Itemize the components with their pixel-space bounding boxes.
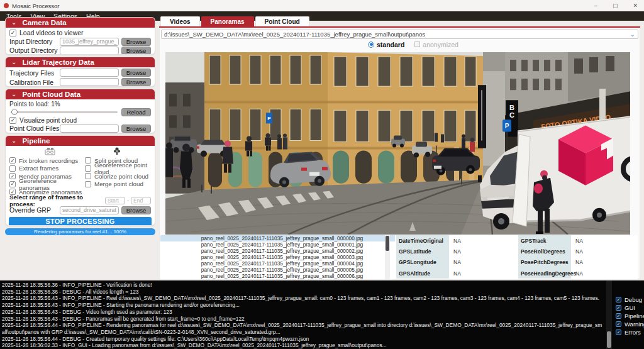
file-row[interactable]: pano_reel_0025_20240117-111035_jeffrey_p… <box>160 267 404 273</box>
load-videos-checkbox[interactable] <box>9 30 16 36</box>
tab-point-cloud[interactable]: Point Cloud <box>255 16 309 26</box>
title-bar: Mosaic Processor – ▢ ✕ <box>0 0 644 11</box>
checkbox-icon[interactable] <box>85 165 91 172</box>
lidar-trajectory-title: Lidar Trajectory Data <box>22 58 94 66</box>
input-directory-field[interactable] <box>60 38 119 46</box>
log-line: 2025-11-26 18:35:56.44 - INFO_PIPELINE -… <box>2 322 602 335</box>
visualize-point-cloud-checkbox[interactable] <box>9 117 16 124</box>
start-frame-input[interactable] <box>105 197 125 204</box>
file-row[interactable]: pano_reel_0025_20240117-111035_jeffrey_p… <box>160 254 404 260</box>
output-directory-field[interactable] <box>60 47 119 55</box>
checkbox-icon[interactable] <box>616 313 621 319</box>
log-line: 2025-11-26 18:35:56.44 - DEBUG - Created… <box>2 336 602 343</box>
file-row[interactable]: pano_reel_0025_20240117-111035_jeffrey_p… <box>160 248 404 254</box>
reload-button[interactable]: Reload <box>121 108 151 116</box>
camera-data-section: ⌄ Camera Data Load videos to viewer Inpu… <box>5 17 155 55</box>
checkbox-icon[interactable] <box>85 181 91 187</box>
pipeline-option-colorize-point-cloud[interactable]: Colorize point cloud <box>85 172 151 180</box>
input-directory-browse-button[interactable]: Browse <box>121 38 151 46</box>
metadata-key: PoseRollDegrees <box>518 246 571 257</box>
metadata-value: NA <box>571 248 583 255</box>
point-cloud-data-header[interactable]: ⌄ Point Cloud Data <box>6 89 155 99</box>
point-cloud-files-browse-button[interactable]: Browse <box>121 125 151 133</box>
file-row[interactable]: pano_reel_0025_20240117-111035_jeffrey_p… <box>160 273 404 279</box>
trajectory-files-field[interactable] <box>60 69 119 77</box>
log-filter-errors[interactable]: Errors <box>616 328 644 336</box>
metadata-group-left: DateTimeOriginalNAGPSLatitudeNAGPSLongit… <box>396 235 513 279</box>
anonymized-checkbox[interactable] <box>414 42 420 47</box>
log-scrollbar[interactable] <box>606 280 612 349</box>
lidar-trajectory-header[interactable]: ⌄ Lidar Trajectory Data <box>6 57 155 67</box>
checkbox-icon[interactable] <box>9 165 16 172</box>
points-slider-thumb[interactable] <box>11 109 18 115</box>
camera-rig-icon <box>45 147 55 155</box>
pipeline-col-left: Fix broken recordingsExtract framesRende… <box>9 157 85 196</box>
calibration-file-browse-button[interactable]: Browse <box>121 78 151 86</box>
pipeline-option-label: Colorize point cloud <box>94 173 148 180</box>
output-directory-browse-button[interactable]: Browse <box>121 47 151 55</box>
calibration-file-field[interactable] <box>60 78 119 86</box>
file-list: pano_reel_0025_20240117-111035_jeffrey_p… <box>160 235 404 279</box>
pipeline-option-label: Extract frames <box>19 165 58 172</box>
trajectory-files-label: Trajectory Files <box>9 69 60 77</box>
log-filter-debug[interactable]: Debug <box>616 296 644 304</box>
maximize-button[interactable]: ▢ <box>613 3 618 9</box>
log-filter-warnings[interactable]: Warnings <box>616 320 644 328</box>
checkbox-icon[interactable] <box>616 330 621 335</box>
stop-processing-button[interactable]: STOP PROCESSING <box>9 217 152 226</box>
checkbox-icon[interactable] <box>85 157 91 163</box>
log-line: 2025-11-26 18:35:56.36 - DEBUG - All vid… <box>2 289 602 296</box>
pipeline-header[interactable]: ⌄ Pipeline <box>6 136 155 146</box>
tab-panoramas[interactable]: Panoramas <box>201 16 254 26</box>
pipeline-option-georeference-point-cloud[interactable]: Georeference point cloud <box>85 165 151 173</box>
file-list-scrollbar[interactable] <box>385 235 390 279</box>
metadata-key: PoseHeadingDegrees <box>518 268 571 279</box>
file-row[interactable]: pano_reel_0025_20240117-111035_jeffrey_p… <box>160 241 404 248</box>
trajectory-files-browse-button[interactable]: Browse <box>121 69 151 77</box>
pipeline-option-merge-point-cloud[interactable]: Merge point cloud <box>85 180 151 189</box>
load-videos-row[interactable]: Load videos to viewer <box>6 28 155 37</box>
checkbox-icon[interactable] <box>85 173 91 179</box>
pipeline-option-fix-broken-recordings[interactable]: Fix broken recordings <box>9 157 85 165</box>
log-scroll-thumb[interactable] <box>607 331 611 348</box>
minimize-button[interactable]: – <box>594 3 597 9</box>
tab-videos[interactable]: Videos <box>160 16 200 26</box>
visualize-point-cloud-label: Visualize point cloud <box>19 117 77 124</box>
tab-bar: VideosPanoramasPoint Cloud <box>160 16 309 26</box>
checkbox-icon[interactable] <box>9 173 16 179</box>
input-directory-label: Input Directory <box>9 38 60 45</box>
pipeline-option-extract-frames[interactable]: Extract frames <box>9 165 85 173</box>
standard-radio-option[interactable]: standard <box>368 41 404 48</box>
log-filter-pipeline[interactable]: Pipeline <box>616 312 644 320</box>
file-row[interactable]: pano_reel_0025_20240117-111035_jeffrey_p… <box>160 235 404 241</box>
anonymized-option[interactable]: anonymized <box>414 41 458 48</box>
chevron-down-icon: ⌄ <box>11 60 16 65</box>
checkbox-icon[interactable] <box>9 157 16 163</box>
panorama-viewer[interactable]: P FOTO OPTIKA VIDEO JAN PAZDERA BC WED <box>165 52 630 235</box>
metadata-value: NA <box>571 270 583 277</box>
file-row[interactable]: pano_reel_0025_20240117-111035_jeffrey_p… <box>160 260 404 267</box>
checkbox-icon[interactable] <box>616 321 621 327</box>
close-button[interactable]: ✕ <box>633 3 638 9</box>
output-directory-label: Output Directory <box>9 47 60 54</box>
metadata-row: PoseRollDegreesNA <box>518 246 636 257</box>
override-grp-browse-button[interactable]: Browse <box>121 206 151 214</box>
file-list-scroll-thumb[interactable] <box>386 236 389 251</box>
points-slider[interactable] <box>11 111 118 113</box>
camera-data-header[interactable]: ⌄ Camera Data <box>6 18 155 28</box>
checkbox-icon[interactable] <box>616 297 621 302</box>
checkbox-icon[interactable] <box>9 181 16 187</box>
pipeline-option-georeference-panoramas[interactable]: Georeference panoramas <box>9 180 85 189</box>
visualize-row[interactable]: Visualize point cloud <box>6 116 155 124</box>
log-line: 2025-11-26 18:35:56.43 - INFO_PIPELINE -… <box>2 302 602 309</box>
end-frame-input[interactable] <box>131 197 151 204</box>
point-cloud-files-field[interactable] <box>60 125 119 133</box>
chevron-down-icon: ⌄ <box>11 92 16 97</box>
checkbox-icon[interactable] <box>616 305 621 311</box>
path-dropdown[interactable]: d:\issues\_SW_DEMO_DATA\mx\reel_0025_202… <box>161 30 638 39</box>
log-filter-label: Debug <box>625 296 642 303</box>
standard-radio[interactable] <box>368 42 374 48</box>
log-filters: DebugGUIPipelineWarningsErrors <box>616 296 644 336</box>
log-filter-gui[interactable]: GUI <box>616 304 644 312</box>
override-grp-field[interactable] <box>60 206 119 214</box>
